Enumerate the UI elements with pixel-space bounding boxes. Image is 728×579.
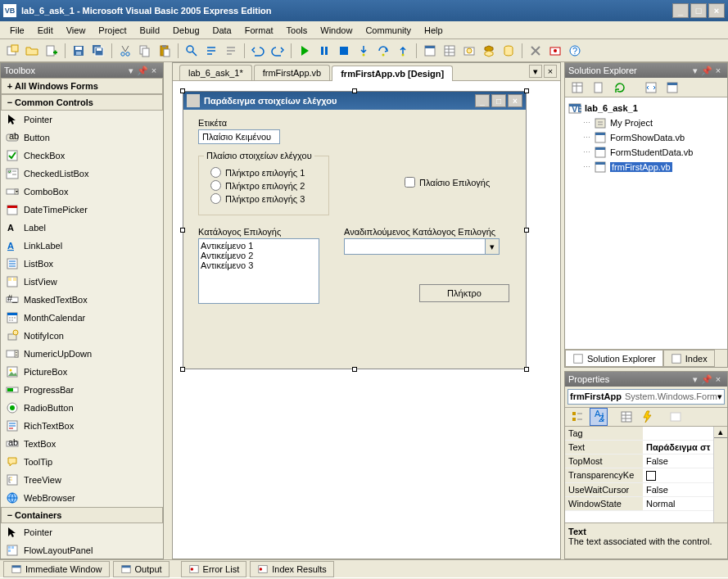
pin-icon[interactable]: 📌 — [701, 65, 712, 76]
comment-button[interactable] — [202, 42, 220, 60]
menu-edit[interactable]: Edit — [31, 24, 60, 37]
combobox-dropdown-button[interactable]: ▾ — [485, 239, 499, 254]
toolbox-item-radiobutton[interactable]: RadioButton — [1, 399, 163, 417]
property-row[interactable]: Tag — [565, 427, 713, 441]
label-control[interactable]: Ετικέτα — [198, 118, 511, 128]
toolbox-item-maskedtextbox[interactable]: #_MaskedTextBox — [1, 291, 163, 309]
new-project-button[interactable] — [3, 42, 21, 60]
toolbox-item-listview[interactable]: ListView — [1, 273, 163, 291]
toolbox-item-pointer[interactable]: Pointer — [1, 523, 163, 541]
document-tab[interactable]: lab_6_ask_1* — [179, 65, 252, 80]
minimize-button[interactable]: _ — [672, 3, 689, 18]
list-item[interactable]: Αντικείμενο 2 — [201, 251, 317, 260]
open-button[interactable] — [23, 42, 41, 60]
property-row[interactable]: TextΠαράδειγμα στ — [565, 441, 713, 455]
dropdown-icon[interactable]: ▾ — [690, 65, 701, 76]
save-all-button[interactable] — [89, 42, 107, 60]
maximize-button[interactable]: □ — [690, 3, 707, 18]
toolbox-group[interactable]: − Containers — [1, 507, 163, 523]
toolbox-item-linklabel[interactable]: ALinkLabel — [1, 237, 163, 255]
menu-help[interactable]: Help — [418, 24, 450, 37]
close-icon[interactable]: × — [148, 65, 160, 76]
textbox-control[interactable]: Πλαίσιο Κειμένου — [198, 129, 280, 144]
form-close-button[interactable]: × — [508, 94, 522, 107]
menu-project[interactable]: Project — [92, 24, 133, 37]
solution-explorer-button[interactable] — [421, 42, 439, 60]
project-node[interactable]: VBlab_6_ask_1 — [568, 101, 724, 115]
property-row[interactable]: WindowStateNormal — [565, 497, 713, 511]
extensions-button[interactable] — [546, 42, 564, 60]
bottom-tab[interactable]: Error List — [181, 561, 247, 577]
database-explorer-button[interactable] — [500, 42, 518, 60]
stop-button[interactable] — [335, 42, 353, 60]
step-into-button[interactable] — [355, 42, 373, 60]
properties-icon[interactable] — [568, 79, 586, 97]
tree-node[interactable]: ⋯frmFirstApp.vb — [568, 160, 724, 174]
tab-scroll-button[interactable]: ▾ — [529, 65, 542, 78]
view-designer-icon[interactable] — [663, 79, 681, 97]
bottom-tab[interactable]: Output — [113, 561, 170, 577]
checkbox-control[interactable]: Πλαίσιο Επιλογής — [405, 177, 490, 188]
property-row[interactable]: TopMostFalse — [565, 455, 713, 468]
design-form[interactable]: Παράδειγμα στοιχείων ελέγχου _ □ × Ετικέ… — [183, 91, 527, 369]
toolbox-button[interactable] — [480, 42, 498, 60]
combobox-control[interactable]: ▾ — [344, 238, 500, 255]
property-row[interactable]: UseWaitCursorFalse — [565, 483, 713, 497]
checkbox-input[interactable] — [405, 177, 415, 188]
redo-button[interactable] — [269, 42, 287, 60]
toolbox-item-pointer[interactable]: Pointer — [1, 111, 163, 129]
radiobutton-control[interactable]: Πλήκτρο επιλογής 3 — [210, 193, 320, 204]
property-row[interactable]: TransparencyKe — [565, 468, 713, 483]
menu-file[interactable]: File — [3, 24, 31, 37]
toolbox-item-checkbox[interactable]: CheckBox — [1, 147, 163, 165]
properties-icon[interactable] — [617, 408, 635, 426]
list-item[interactable]: Αντικείμενο 1 — [201, 241, 317, 251]
dropdown-icon[interactable]: ▾ — [125, 65, 137, 76]
events-icon[interactable] — [639, 408, 657, 426]
button-control[interactable]: Πλήκτρο — [419, 284, 509, 302]
toolbox-item-button[interactable]: abButton — [1, 129, 163, 147]
toolbox-item-tooltip[interactable]: ToolTip — [1, 453, 163, 471]
pause-button[interactable] — [315, 42, 333, 60]
cut-button[interactable] — [116, 42, 134, 60]
dropdown-icon[interactable]: ▾ — [690, 373, 701, 385]
close-button[interactable]: × — [708, 3, 725, 18]
undo-button[interactable] — [249, 42, 267, 60]
menu-format[interactable]: Format — [238, 24, 280, 37]
toolbox-item-numericupdown[interactable]: NumericUpDown — [1, 345, 163, 363]
pin-icon[interactable]: 📌 — [137, 65, 148, 76]
menu-data[interactable]: Data — [206, 24, 238, 37]
list-item[interactable]: Αντικείμενο 3 — [201, 260, 317, 270]
toolbox-item-richtextbox[interactable]: RichTextBox — [1, 417, 163, 435]
close-icon[interactable]: × — [712, 65, 724, 76]
toolbox-item-listbox[interactable]: ListBox — [1, 255, 163, 273]
pin-icon[interactable]: 📌 — [701, 373, 712, 385]
menu-view[interactable]: View — [60, 24, 93, 37]
toolbox-item-picturebox[interactable]: PictureBox — [1, 363, 163, 381]
properties-grid[interactable]: TagTextΠαράδειγμα στTopMostFalseTranspar… — [565, 427, 713, 522]
document-tab[interactable]: frmFirstApp.vb — [254, 65, 331, 80]
help-button[interactable]: ? — [566, 42, 584, 60]
radiobutton-control[interactable]: Πλήκτρο επιλογής 1 — [210, 167, 320, 178]
options-button[interactable] — [527, 42, 545, 60]
save-button[interactable] — [70, 42, 88, 60]
menu-build[interactable]: Build — [133, 24, 166, 37]
toolbox-item-monthcalendar[interactable]: MonthCalendar — [1, 309, 163, 327]
toolbox-group[interactable]: − Common Controls — [1, 94, 163, 111]
document-tab[interactable]: frmFirstApp.vb [Design] — [332, 66, 453, 81]
bottom-tab[interactable]: Index Results — [250, 561, 334, 577]
panel-tab[interactable]: Solution Explorer — [565, 350, 663, 367]
form-minimize-button[interactable]: _ — [475, 94, 490, 107]
menu-community[interactable]: Community — [359, 24, 418, 37]
tree-node[interactable]: ⋯FormStudentData.vb — [568, 145, 724, 160]
categorized-icon[interactable] — [568, 408, 586, 426]
toolbox-item-webbrowser[interactable]: WebBrowser — [1, 489, 163, 507]
menu-tools[interactable]: Tools — [280, 24, 314, 37]
toolbox-group[interactable]: + All Windows Forms — [1, 78, 163, 94]
refresh-icon[interactable] — [611, 79, 629, 97]
paste-button[interactable] — [156, 42, 174, 60]
bottom-tab[interactable]: Immediate Window — [3, 561, 110, 577]
toolbox-item-progressbar[interactable]: ProgressBar — [1, 381, 163, 399]
tree-node[interactable]: ⋯FormShowData.vb — [568, 130, 724, 145]
chevron-down-icon[interactable]: ▾ — [717, 391, 722, 402]
